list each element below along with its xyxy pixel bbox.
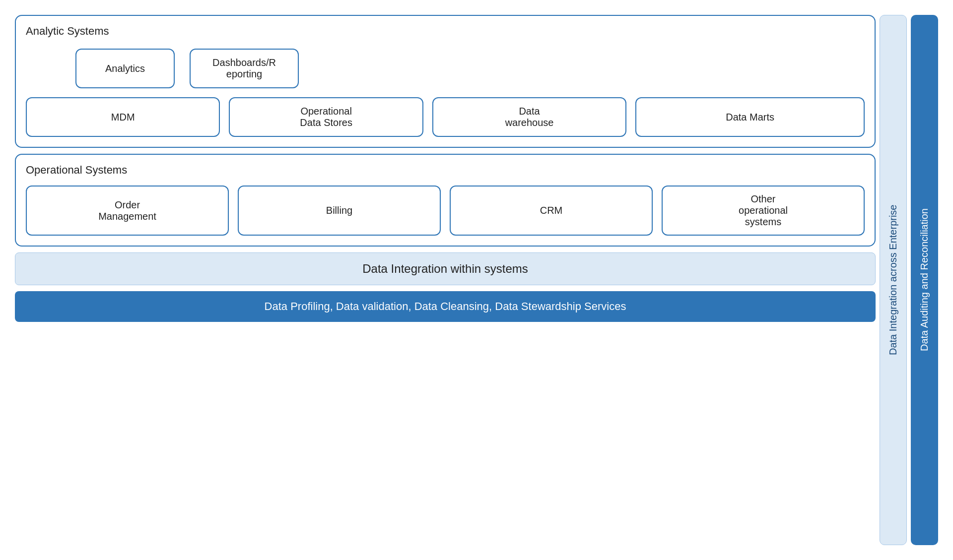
data-profiling-bar: Data Profiling, Data validation, Data Cl…	[15, 291, 876, 322]
dw-box: Data warehouse	[432, 97, 626, 137]
crm-box: CRM	[450, 186, 653, 236]
analytic-top-row: Analytics Dashboards/R eporting	[26, 49, 865, 88]
dm-label: Data Marts	[726, 112, 774, 123]
dashboards-label: Dashboards/R eporting	[212, 57, 276, 80]
data-profiling-label: Data Profiling, Data validation, Data Cl…	[265, 300, 626, 312]
data-integration-enterprise-bar: Data Integration across Enterprise	[880, 15, 907, 545]
analytic-systems-label: Analytic Systems	[26, 25, 865, 38]
analytic-systems-box: Analytic Systems Analytics Dashboards/R …	[15, 15, 876, 148]
analytics-label: Analytics	[105, 63, 145, 74]
data-integration-enterprise-label: Data Integration across Enterprise	[887, 205, 899, 356]
data-integration-within-label: Data Integration within systems	[362, 262, 528, 275]
ods-label: Operational Data Stores	[300, 106, 352, 128]
other-ops-box: Other operational systems	[662, 186, 865, 236]
operational-systems-box: Operational Systems Order Management Bil…	[15, 154, 876, 247]
order-mgmt-label: Order Management	[98, 199, 156, 222]
data-auditing-label: Data Auditing and Reconciliation	[919, 209, 930, 352]
dashboards-box: Dashboards/R eporting	[190, 49, 299, 88]
crm-label: CRM	[540, 205, 563, 216]
billing-label: Billing	[326, 205, 352, 216]
mdm-box: MDM	[26, 97, 220, 137]
operational-items-row: Order Management Billing CRM Other opera…	[26, 186, 865, 236]
order-mgmt-box: Order Management	[26, 186, 229, 236]
diagram-area: Analytic Systems Analytics Dashboards/R …	[15, 15, 876, 545]
operational-systems-label: Operational Systems	[26, 164, 865, 177]
main-container: Analytic Systems Analytics Dashboards/R …	[0, 0, 953, 560]
right-bars: Data Integration across Enterprise Data …	[880, 15, 938, 545]
dw-label: Data warehouse	[505, 106, 554, 128]
data-integration-bar: Data Integration within systems	[15, 252, 876, 285]
ods-box: Operational Data Stores	[229, 97, 423, 137]
other-ops-label: Other operational systems	[739, 193, 788, 228]
mdm-label: MDM	[111, 112, 135, 123]
billing-box: Billing	[238, 186, 441, 236]
dm-box: Data Marts	[635, 97, 865, 137]
analytic-bottom-row: MDM Operational Data Stores Data warehou…	[26, 97, 865, 137]
analytics-box: Analytics	[75, 49, 175, 88]
data-auditing-bar: Data Auditing and Reconciliation	[911, 15, 938, 545]
